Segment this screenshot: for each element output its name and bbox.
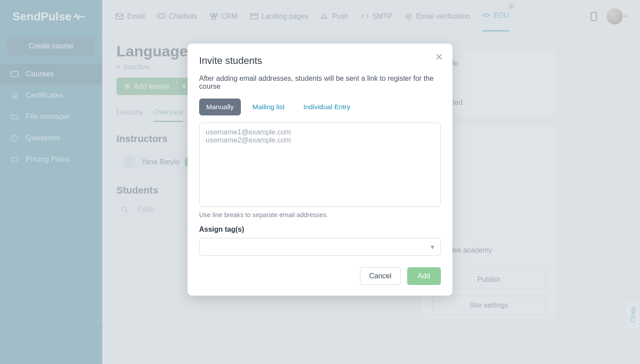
tab-manually[interactable]: Manually [199, 99, 241, 115]
modal-description: After adding email addresses, students w… [199, 75, 441, 91]
modal-tabs: Manually Mailing list Individual Entry [199, 99, 441, 115]
tab-mailing-list[interactable]: Mailing list [245, 99, 292, 115]
modal-close-button[interactable] [436, 53, 443, 60]
add-button[interactable]: Add [407, 267, 441, 285]
tags-select[interactable]: ▾ [199, 238, 441, 256]
close-icon [436, 53, 443, 60]
cancel-button[interactable]: Cancel [360, 267, 401, 285]
modal-title: Invite students [199, 55, 441, 67]
tags-label: Assign tag(s) [199, 226, 441, 233]
emails-textarea[interactable]: username1@example.com username2@example.… [199, 123, 441, 207]
invite-students-modal: Invite students After adding email addre… [188, 44, 452, 296]
emails-hint: Use line breaks to separate email addres… [199, 211, 441, 218]
tab-individual-entry[interactable]: Individual Entry [296, 99, 357, 115]
chevron-down-icon: ▾ [431, 243, 434, 251]
